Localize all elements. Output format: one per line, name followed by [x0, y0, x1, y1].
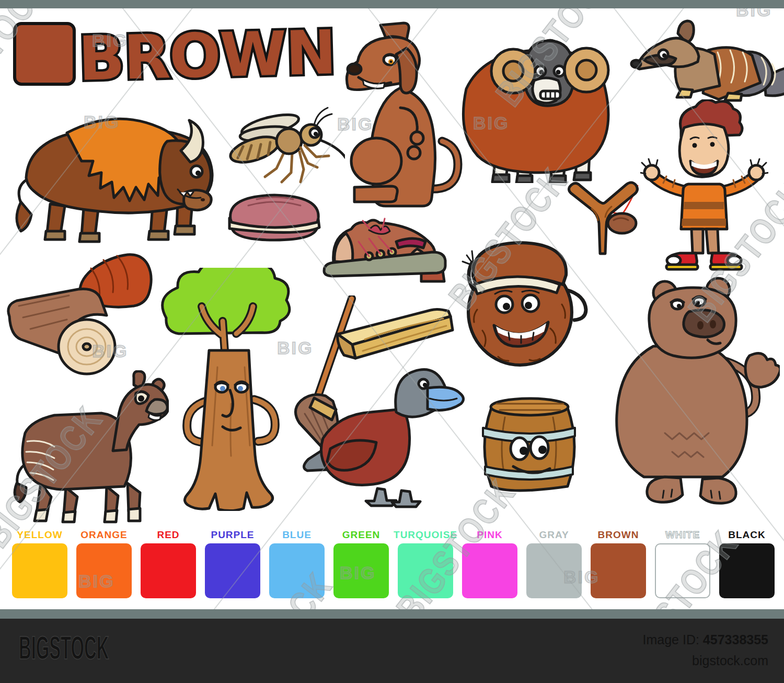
palette-swatch — [205, 543, 260, 598]
palette-label: PURPLE — [211, 528, 254, 542]
log-character — [4, 285, 127, 382]
palette-label: RED — [157, 528, 179, 542]
palette-label: ORANGE — [80, 528, 127, 542]
mosquito-character — [222, 99, 345, 186]
watermark-text: BIG — [84, 112, 120, 132]
svg-text:BROWN: BROWN — [77, 17, 336, 94]
bigstock-logo: BIGSTOCK — [19, 629, 109, 667]
watermark-text: BIG — [78, 571, 114, 591]
watermark-text: BIG — [92, 30, 128, 51]
palette-label: BLUE — [282, 528, 312, 542]
site-link: bigstock.com — [643, 650, 768, 671]
palette-swatch — [12, 543, 67, 598]
plank-character — [328, 305, 462, 362]
palette-cell-brown: BROWN — [591, 528, 646, 598]
palette-label: WHITE — [665, 528, 700, 542]
image-id-label: Image ID: — [643, 632, 699, 647]
bear-character — [586, 271, 780, 525]
palette-cell-red: RED — [141, 528, 196, 598]
palette-cell-gray: GRAY — [526, 528, 582, 598]
palette-label: BROWN — [598, 528, 639, 542]
palette-label: GRAY — [539, 528, 569, 542]
duck-character — [299, 355, 469, 511]
image-id-value: 457338355 — [703, 632, 768, 647]
watermark-text: BIG — [277, 338, 313, 358]
bottom-border-strip — [0, 609, 784, 619]
bigstock-footer-bar: BIGSTOCK Image ID: 457338355 bigstock.co… — [0, 619, 784, 683]
image-id-line: Image ID: 457338355 — [643, 629, 768, 650]
palette-label: GREEN — [342, 528, 381, 542]
watermark-text: BIG — [473, 113, 509, 133]
palette-cell-purple: PURPLE — [205, 528, 260, 598]
palette-swatch — [141, 543, 196, 598]
shoe-character — [319, 214, 449, 288]
watermark-text: BIG — [563, 567, 599, 587]
watermark-text: BIG — [92, 341, 128, 361]
watermark-text: BIG — [340, 563, 376, 583]
watermark-text: BIG — [337, 114, 373, 134]
page-title: BROWN — [74, 14, 356, 95]
top-border-strip — [0, 0, 784, 8]
color-palette: YELLOW ORANGE RED PURPLE BLUE GREEN TURQ… — [12, 528, 775, 598]
footer-info: Image ID: 457338355 bigstock.com — [643, 629, 768, 671]
stock-illustration-canvas: BIGSTOCK BIGSTOCK BIGSTOCK BIGSTOCK BIGS… — [0, 0, 784, 683]
